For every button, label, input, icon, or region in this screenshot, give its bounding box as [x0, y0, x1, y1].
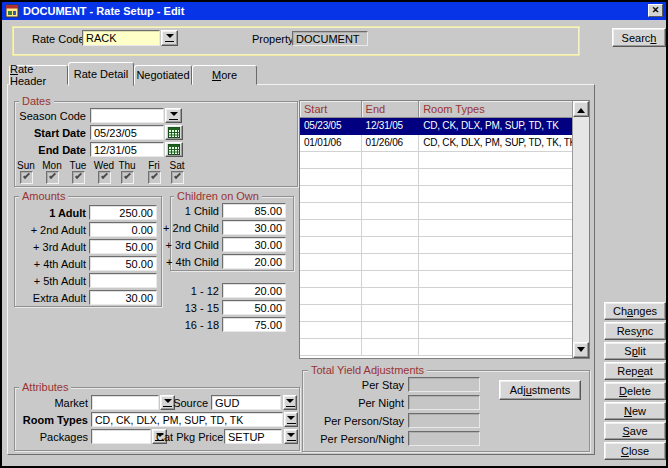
rate-code-dropdown-icon[interactable]	[161, 30, 178, 46]
attributes-group-label: Attributes	[19, 381, 71, 393]
end-date-input[interactable]	[90, 142, 164, 157]
age-1-12-input[interactable]	[222, 283, 286, 298]
day-checkbox-wed[interactable]	[98, 171, 111, 184]
table-empty-row	[300, 220, 572, 237]
cat-pkg-price-input[interactable]	[224, 429, 282, 444]
close-icon[interactable]: ✕	[648, 4, 663, 17]
column-header-room-types[interactable]: Room Types	[419, 101, 572, 118]
dates-group-label: Dates	[19, 95, 54, 107]
child-row-label: + 2nd Child	[162, 222, 219, 234]
window-title: DOCUMENT - Rate Setup - Edit	[23, 5, 184, 17]
table-row-selected[interactable]: 05/23/05 12/31/05 CD, CK, DLX, PM, SUP, …	[300, 118, 572, 135]
source-label: Source	[170, 397, 208, 409]
start-date-input[interactable]	[90, 125, 164, 140]
table-row[interactable]: 01/01/06 01/26/06 CD, CK, DLX, PM, SUP, …	[300, 135, 572, 152]
source-input[interactable]	[211, 395, 281, 410]
season-code-dropdown-icon[interactable]	[165, 108, 182, 123]
column-header-start[interactable]: Start	[300, 101, 362, 118]
adjustments-button[interactable]: Adjustments	[499, 380, 581, 400]
delete-button[interactable]: Delete	[604, 382, 666, 400]
day-label-tue: Tue	[65, 160, 91, 171]
market-input[interactable]	[91, 395, 159, 410]
child-1-input[interactable]	[222, 203, 286, 218]
tab-rate-header[interactable]: Rate Header	[9, 65, 68, 85]
tab-rate-detail[interactable]: Rate Detail	[68, 62, 134, 86]
repeat-button[interactable]: Repeat	[604, 362, 666, 380]
amount-row-label: + 2nd Adult	[16, 224, 86, 236]
table-empty-row	[300, 237, 572, 254]
day-label-sat: Sat	[164, 160, 190, 171]
day-checkbox-sun[interactable]	[20, 171, 33, 184]
per-person-stay-field	[408, 413, 480, 428]
per-person-stay-label: Per Person/Stay	[302, 415, 404, 427]
amount-2nd-adult-input[interactable]	[89, 222, 157, 237]
packages-label: Packages	[14, 431, 88, 443]
save-button[interactable]: Save	[604, 422, 666, 440]
search-button[interactable]: Search	[612, 28, 666, 47]
close-button[interactable]: Close	[604, 442, 666, 460]
table-empty-row	[300, 271, 572, 288]
table-empty-row	[300, 169, 572, 186]
split-button[interactable]: Split	[604, 342, 666, 360]
room-types-label: Room Types	[14, 414, 88, 426]
per-person-night-field	[408, 431, 480, 446]
column-header-end[interactable]: End	[362, 101, 420, 118]
per-stay-field	[408, 377, 480, 392]
day-checkbox-mon[interactable]	[46, 171, 59, 184]
day-checkbox-tue[interactable]	[72, 171, 85, 184]
amount-4th-adult-input[interactable]	[89, 256, 157, 271]
source-dropdown-icon[interactable]	[283, 395, 297, 410]
day-label-thu: Thu	[114, 160, 140, 171]
scroll-up-icon[interactable]	[573, 101, 589, 117]
end-date-calendar-icon[interactable]	[165, 142, 183, 157]
table-scrollbar[interactable]	[572, 101, 589, 358]
market-label: Market	[14, 397, 88, 409]
room-types-input[interactable]	[91, 412, 283, 427]
room-types-dropdown-icon[interactable]	[284, 412, 298, 427]
child-4th-input[interactable]	[222, 254, 286, 269]
title-bar[interactable]: DOCUMENT - Rate Setup - Edit ✕	[2, 2, 666, 20]
age-13-15-input[interactable]	[222, 300, 286, 315]
rate-setup-window: DOCUMENT - Rate Setup - Edit ✕ Rate Code…	[0, 0, 668, 468]
end-date-label: End Date	[16, 144, 86, 156]
app-icon	[5, 4, 19, 18]
table-empty-row	[300, 186, 572, 203]
tab-more[interactable]: More	[192, 65, 257, 85]
day-label-sun: Sun	[13, 160, 39, 171]
age-16-18-input[interactable]	[222, 317, 286, 332]
amount-5th-adult-input[interactable]	[89, 273, 157, 288]
start-date-label: Start Date	[16, 127, 86, 139]
table-header: Start End Room Types	[300, 101, 572, 118]
tab-negotiated[interactable]: Negotiated	[134, 65, 192, 85]
new-button[interactable]: New	[604, 402, 666, 420]
child-2nd-input[interactable]	[222, 220, 286, 235]
changes-button[interactable]: Changes	[604, 302, 666, 320]
table-empty-row	[300, 152, 572, 169]
amount-extra-adult-input[interactable]	[89, 290, 157, 305]
scroll-down-icon[interactable]	[573, 342, 589, 358]
amount-row-label: Extra Adult	[16, 292, 86, 304]
amount-row-label: 1 Adult	[16, 207, 86, 219]
schedule-empty-rows	[300, 152, 572, 356]
packages-input[interactable]	[91, 429, 151, 444]
table-empty-row	[300, 305, 572, 322]
season-code-input[interactable]	[90, 108, 164, 123]
table-empty-row	[300, 288, 572, 305]
child-3rd-input[interactable]	[222, 237, 286, 252]
rate-code-input[interactable]	[82, 30, 160, 46]
amount-1-adult-input[interactable]	[89, 205, 157, 220]
cat-pkg-price-dropdown-icon[interactable]	[284, 429, 298, 444]
day-checkbox-thu[interactable]	[121, 171, 134, 184]
amounts-group-label: Amounts	[19, 190, 68, 202]
start-date-calendar-icon[interactable]	[165, 125, 183, 140]
cat-pkg-price-label: Cat Pkg Price	[156, 431, 222, 443]
table-empty-row	[300, 322, 572, 339]
resync-button[interactable]: Resync	[604, 322, 666, 340]
day-checkbox-sat[interactable]	[171, 171, 184, 184]
amount-3rd-adult-input[interactable]	[89, 239, 157, 254]
table-empty-row	[300, 203, 572, 220]
age-band-label: 1 - 12	[162, 285, 219, 297]
per-night-label: Per Night	[302, 397, 404, 409]
day-checkbox-fri[interactable]	[148, 171, 161, 184]
yield-group-label: Total Yield Adjustments	[308, 364, 427, 376]
